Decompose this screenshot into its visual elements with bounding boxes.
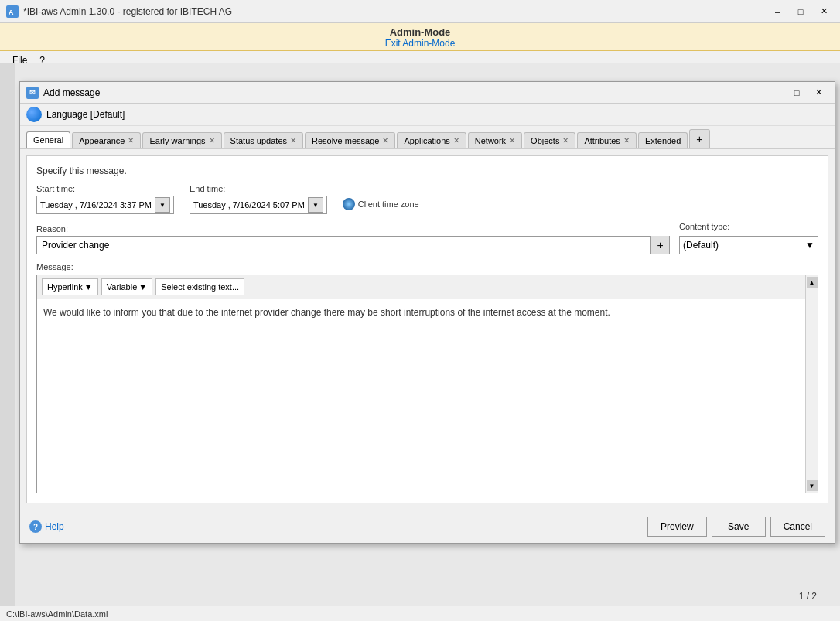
add-message-dialog: ✉ Add message – □ ✕ Language [Default] G… [19, 81, 835, 544]
dialog-close-button[interactable]: ✕ [808, 85, 828, 101]
dialog-minimize-button[interactable]: – [765, 85, 785, 101]
client-timezone-group: Client time zone [343, 198, 419, 210]
admin-mode-bar: Admin-Mode Exit Admin-Mode [0, 23, 840, 51]
dialog-title-bar: ✉ Add message – □ ✕ [20, 82, 835, 104]
message-label: Message: [36, 262, 818, 271]
tab-applications[interactable]: Applications ✕ [397, 132, 466, 148]
tab-status-updates[interactable]: Status updates ✕ [224, 132, 303, 148]
variable-dropdown[interactable]: Variable ▼ [101, 278, 152, 295]
end-time-group: End time: Tuesday , 7/16/2024 5:07 PM ▼ [190, 184, 327, 214]
time-row: Start time: Tuesday , 7/16/2024 3:37 PM … [36, 184, 818, 214]
window-controls: – □ ✕ [767, 4, 834, 19]
dialog-maximize-button[interactable]: □ [787, 85, 807, 101]
language-icon [26, 107, 42, 122]
svg-text:A: A [9, 9, 14, 16]
reason-label: Reason: [36, 224, 670, 234]
content-type-value: (Default) [683, 240, 719, 251]
client-timezone-label: Client time zone [358, 200, 419, 209]
specify-message-text: Specify this message. [36, 165, 818, 176]
tab-appearance-close[interactable]: ✕ [128, 137, 134, 145]
dialog-icon: ✉ [26, 87, 39, 99]
admin-mode-title: Admin-Mode [0, 26, 840, 38]
maximize-button[interactable]: □ [790, 4, 811, 19]
scroll-down-btn[interactable]: ▼ [807, 480, 818, 491]
app-title: *IBI-aws Admin 1.30.0 - registered for I… [23, 6, 232, 17]
language-bar: Language [Default] [20, 104, 835, 126]
reason-input[interactable] [37, 240, 650, 251]
dialog-footer: ? Help Preview Save Cancel [20, 510, 835, 543]
preview-button[interactable]: Preview [647, 517, 707, 537]
message-editor: Hyperlink ▼ Variable ▼ Select existing t… [36, 275, 818, 493]
message-section: Message: Hyperlink ▼ Variable ▼ Select e… [36, 262, 818, 493]
tab-objects[interactable]: Objects ✕ [524, 132, 575, 148]
pagination: 1 / 2 [799, 591, 817, 602]
hyperlink-chevron: ▼ [84, 282, 93, 292]
reason-input-container: + [36, 236, 670, 254]
start-time-label: Start time: [36, 184, 174, 193]
footer-buttons: Preview Save Cancel [647, 517, 825, 537]
tab-attributes[interactable]: Attributes ✕ [577, 132, 636, 148]
app-icon: A [6, 5, 19, 18]
title-bar: A *IBI-aws Admin 1.30.0 - registered for… [0, 0, 840, 23]
tab-network-close[interactable]: ✕ [509, 137, 515, 145]
save-button[interactable]: Save [712, 517, 766, 537]
tab-early-warnings-close[interactable]: ✕ [209, 137, 215, 145]
minimize-button[interactable]: – [767, 4, 787, 19]
end-time-label: End time: [190, 184, 327, 193]
language-label: Language [Default] [46, 109, 125, 120]
message-text-area[interactable]: We would like to inform you that due to … [37, 299, 818, 493]
select-text-dropdown[interactable]: Select existing text... [155, 278, 244, 295]
content-type-label: Content type: [679, 222, 818, 231]
tab-resolve-message[interactable]: Resolve message ✕ [305, 132, 395, 148]
status-bar: C:\IBI-aws\Admin\Data.xml [0, 606, 840, 621]
tab-early-warnings[interactable]: Early warnings ✕ [142, 132, 221, 148]
start-time-value: Tuesday , 7/16/2024 3:37 PM [40, 200, 152, 210]
tab-resolve-message-close[interactable]: ✕ [382, 137, 388, 145]
end-time-value: Tuesday , 7/16/2024 5:07 PM [193, 200, 305, 210]
dialog-title: Add message [43, 87, 765, 98]
tab-status-updates-close[interactable]: ✕ [290, 137, 296, 145]
start-time-field[interactable]: Tuesday , 7/16/2024 3:37 PM ▼ [36, 196, 174, 214]
message-scrollbar[interactable]: ▲ ▼ [805, 275, 818, 493]
start-time-calendar-btn[interactable]: ▼ [155, 197, 170, 213]
variable-chevron: ▼ [138, 282, 147, 292]
left-sidebar-strip [0, 63, 15, 606]
tab-objects-close[interactable]: ✕ [562, 137, 569, 145]
help-icon: ? [29, 520, 42, 533]
dialog-content: Specify this message. Start time: Tuesda… [26, 155, 828, 503]
help-link[interactable]: ? Help [29, 520, 64, 533]
content-type-select[interactable]: (Default) ▼ [679, 236, 818, 254]
end-time-field[interactable]: Tuesday , 7/16/2024 5:07 PM ▼ [190, 196, 327, 214]
tab-general[interactable]: General [26, 131, 70, 148]
content-type-group: Content type: (Default) ▼ [679, 222, 818, 254]
cancel-button[interactable]: Cancel [770, 517, 825, 537]
close-button[interactable]: ✕ [814, 4, 834, 19]
tabs-container: General Appearance ✕ Early warnings ✕ St… [20, 126, 835, 149]
message-toolbar: Hyperlink ▼ Variable ▼ Select existing t… [37, 275, 818, 299]
tab-extended[interactable]: Extended [638, 132, 688, 148]
content-type-chevron: ▼ [805, 240, 814, 251]
tab-appearance[interactable]: Appearance ✕ [72, 132, 141, 148]
hyperlink-dropdown[interactable]: Hyperlink ▼ [42, 278, 98, 295]
reason-content-row: Reason: + Content type: (Default) ▼ [36, 222, 818, 254]
reason-group: Reason: + [36, 224, 670, 254]
start-time-group: Start time: Tuesday , 7/16/2024 3:37 PM … [36, 184, 174, 214]
timezone-icon [343, 198, 355, 210]
tab-network[interactable]: Network ✕ [468, 132, 522, 148]
reason-add-button[interactable]: + [650, 236, 669, 254]
tab-attributes-close[interactable]: ✕ [623, 137, 630, 145]
tab-add-button[interactable]: + [689, 129, 709, 148]
tab-applications-close[interactable]: ✕ [453, 137, 459, 145]
exit-admin-mode-link[interactable]: Exit Admin-Mode [385, 38, 456, 49]
end-time-calendar-btn[interactable]: ▼ [308, 197, 323, 213]
scroll-up-btn[interactable]: ▲ [807, 277, 818, 288]
help-label: Help [45, 521, 64, 532]
dialog-controls: – □ ✕ [765, 85, 828, 101]
message-text: We would like to inform you that due to … [43, 307, 610, 318]
file-path: C:\IBI-aws\Admin\Data.xml [6, 609, 108, 619]
